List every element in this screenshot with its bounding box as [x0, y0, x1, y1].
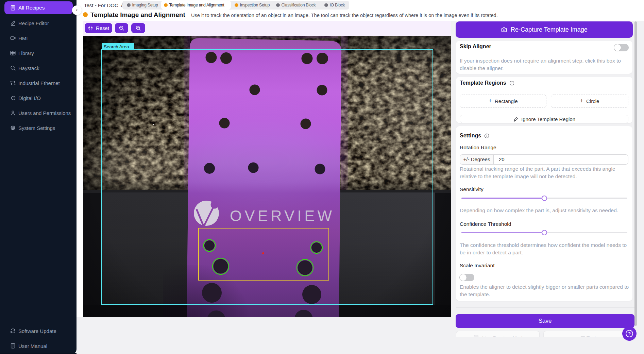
- svg-text:?: ?: [628, 331, 631, 336]
- svg-text:Search Area: Search Area: [104, 44, 129, 49]
